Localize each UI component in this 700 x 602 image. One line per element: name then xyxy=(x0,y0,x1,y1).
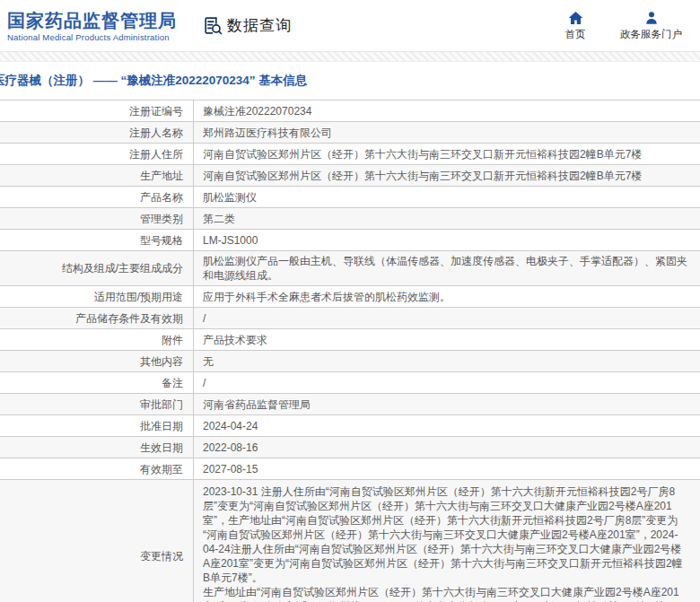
row-value: LM-JS1000 xyxy=(194,230,700,250)
change-record-paragraph: 2023-10-31 注册人住所由“河南自贸试验区郑州片区（经开）第十六大街新开… xyxy=(203,484,687,585)
row-label: 附件 xyxy=(0,329,194,350)
table-row: 注册人名称郑州路迈医疗科技有限公司 xyxy=(0,122,700,144)
row-value: / xyxy=(194,308,700,328)
striped-divider xyxy=(0,51,700,62)
top-nav: 首页 政务服务门户 xyxy=(556,11,687,41)
row-value: 河南自贸试验区郑州片区（经开）第十六大街与南三环交叉口新开元恒裕科技园2幢B单元… xyxy=(194,165,700,186)
document-search-icon xyxy=(202,15,223,36)
row-value: 产品技术要求 xyxy=(194,329,700,350)
table-row: 有效期至2027-08-15 xyxy=(0,458,700,480)
table-row: 产品储存条件及有效期/ xyxy=(0,308,700,329)
nav-home[interactable]: 首页 xyxy=(556,11,595,41)
person-icon xyxy=(644,11,659,25)
row-label: 批准日期 xyxy=(0,415,194,436)
row-value: 豫械注准20222070234 xyxy=(194,100,700,121)
table-row: 注册证编号豫械注准20222070234 xyxy=(0,100,700,122)
row-value: 2023-10-31 注册人住所由“河南自贸试验区郑州片区（经开）第十六大街新开… xyxy=(194,480,700,602)
data-query-nav[interactable]: 数据查询 xyxy=(202,15,292,36)
table-row: 备注/ xyxy=(0,372,700,394)
home-icon xyxy=(568,11,583,25)
table-row: 结构及组成/主要组成成分肌松监测仪产品一般由主机、导联线（体温传感器、加速度传感… xyxy=(0,251,700,286)
table-row: 生产地址河南自贸试验区郑州片区（经开）第十六大街与南三环交叉口新开元恒裕科技园2… xyxy=(0,165,700,187)
breadcrumb: 医疗器械（注册） —— “豫械注准20222070234” 基本信息 xyxy=(0,73,307,89)
row-value: 河南自贸试验区郑州片区（经开）第十六大街与南三环交叉口新开元恒裕科技园2幢B单元… xyxy=(194,144,700,164)
logo-subtitle: National Medical Products Administration xyxy=(7,32,177,42)
row-label: 管理类别 xyxy=(0,208,194,229)
table-row: 适用范围/预期用途应用于外科手术全麻患者术后拔管的肌松药效监测。 xyxy=(0,286,700,308)
row-value: 2027-08-15 xyxy=(194,458,700,479)
row-value: 无 xyxy=(194,351,700,371)
row-value: 应用于外科手术全麻患者术后拔管的肌松药效监测。 xyxy=(194,286,700,307)
table-row: 注册人住所河南自贸试验区郑州片区（经开）第十六大街与南三环交叉口新开元恒裕科技园… xyxy=(0,144,700,165)
nav-portal[interactable]: 政务服务门户 xyxy=(620,11,682,41)
row-label: 结构及组成/主要组成成分 xyxy=(0,251,194,285)
row-value: 肌松监测仪 xyxy=(194,187,700,207)
row-label: 生效日期 xyxy=(0,437,194,458)
row-label: 其他内容 xyxy=(0,351,194,371)
row-label: 审批部门 xyxy=(0,394,194,414)
info-table: 注册证编号豫械注准20222070234注册人名称郑州路迈医疗科技有限公司注册人… xyxy=(0,100,700,602)
row-value: 2024-04-24 xyxy=(194,415,700,436)
row-label: 适用范围/预期用途 xyxy=(0,286,194,307)
row-value: 2022-08-16 xyxy=(194,437,700,458)
table-row: 其他内容无 xyxy=(0,351,700,372)
row-label: 注册人名称 xyxy=(0,122,194,143)
row-label: 变更情况 xyxy=(0,480,194,602)
nmpa-logo: 国家药品监督管理局 National Medical Products Admi… xyxy=(7,10,177,42)
row-label: 注册证编号 xyxy=(0,100,194,121)
table-row: 附件产品技术要求 xyxy=(0,329,700,351)
row-label: 备注 xyxy=(0,372,194,393)
table-row: 审批部门河南省药品监督管理局 xyxy=(0,394,700,415)
table-row: 变更情况2023-10-31 注册人住所由“河南自贸试验区郑州片区（经开）第十六… xyxy=(0,480,700,602)
logo-title: 国家药品监督管理局 xyxy=(7,10,177,31)
table-row: 批准日期2024-04-24 xyxy=(0,415,700,437)
row-label: 有效期至 xyxy=(0,458,194,479)
row-value: 河南省药品监督管理局 xyxy=(194,394,700,414)
table-row: 产品名称肌松监测仪 xyxy=(0,187,700,208)
row-value: / xyxy=(194,372,700,393)
row-value: 肌松监测仪产品一般由主机、导联线（体温传感器、加速度传感器、电极夹子、手掌适配器… xyxy=(194,251,700,285)
site-header: 国家药品监督管理局 National Medical Products Admi… xyxy=(0,0,700,51)
row-label: 产品储存条件及有效期 xyxy=(0,308,194,328)
table-row: 型号规格LM-JS1000 xyxy=(0,230,700,251)
row-label: 生产地址 xyxy=(0,165,194,186)
data-query-label: 数据查询 xyxy=(227,15,292,36)
row-value: 第二类 xyxy=(194,208,700,229)
change-record-paragraph: 生产地址由“河南自贸试验区郑州片区（经开）第十六大街与南三环交叉口大健康产业园2… xyxy=(203,585,687,602)
table-row: 管理类别第二类 xyxy=(0,208,700,230)
nav-portal-label: 政务服务门户 xyxy=(620,28,682,41)
row-label: 产品名称 xyxy=(0,187,194,207)
row-label: 型号规格 xyxy=(0,230,194,250)
nav-home-label: 首页 xyxy=(565,28,586,41)
breadcrumb-bar: 医疗器械（注册） —— “豫械注准20222070234” 基本信息 xyxy=(0,62,700,100)
table-row: 生效日期2022-08-16 xyxy=(0,437,700,458)
row-label: 注册人住所 xyxy=(0,144,194,164)
row-value: 郑州路迈医疗科技有限公司 xyxy=(194,122,700,143)
